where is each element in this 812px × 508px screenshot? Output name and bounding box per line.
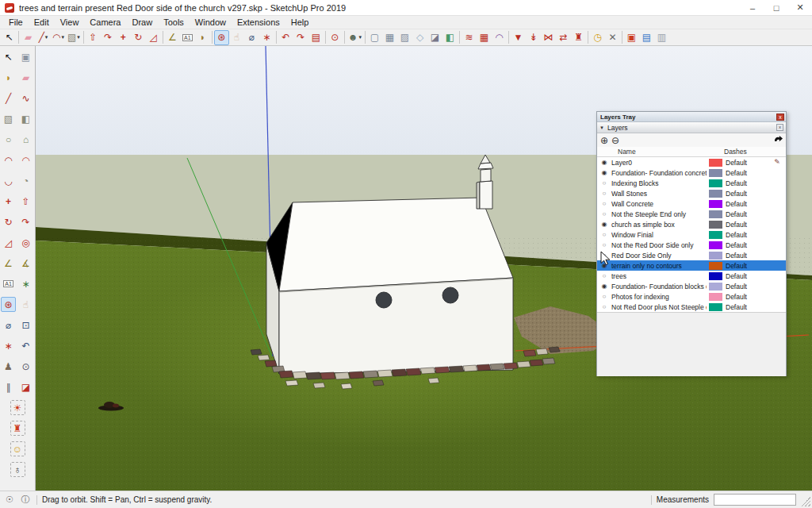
sign-in-account[interactable]: ☻▾ bbox=[347, 30, 363, 45]
follow-me-tool[interactable]: ↷ bbox=[18, 214, 33, 229]
section-cut-tool[interactable]: ◪ bbox=[427, 30, 442, 45]
layer-name[interactable]: Window Finial bbox=[611, 231, 707, 239]
zoom-tool[interactable]: ⌀ bbox=[244, 30, 259, 45]
walk-tool[interactable]: ∥ bbox=[1, 379, 16, 394]
fence-tool[interactable]: ♜ bbox=[10, 421, 25, 436]
layer-row[interactable]: ◉Foundation- Foundation concrete footing… bbox=[597, 167, 786, 178]
circle-tool[interactable]: ○ bbox=[1, 132, 16, 147]
layer-name[interactable]: church as simple box bbox=[611, 221, 707, 229]
measurements-input[interactable] bbox=[714, 494, 796, 506]
offset-tool[interactable]: ◎ bbox=[18, 235, 33, 250]
layer-color-swatch[interactable] bbox=[709, 262, 722, 270]
layer-row[interactable]: ○Window FinialDefault bbox=[597, 229, 786, 240]
flip-edge-tool[interactable]: ⇄ bbox=[556, 30, 571, 45]
line-tool[interactable]: ╱ bbox=[1, 90, 16, 106]
layer-name[interactable]: Foundation- Foundation concrete footing bbox=[611, 169, 707, 177]
layer-row[interactable]: ○Not Red Door plus Not Steeple endDefaul… bbox=[597, 302, 786, 312]
layer-row[interactable]: ◉Layer0Default✎ bbox=[597, 157, 786, 167]
pie-tool[interactable]: ◔ bbox=[18, 173, 33, 188]
monochrome-style[interactable]: ▨ bbox=[397, 30, 412, 45]
zoom-tool[interactable]: ⌀ bbox=[1, 318, 16, 333]
zoom-extents-tool[interactable]: ∗ bbox=[259, 30, 274, 45]
previous-view-tool[interactable]: ↶ bbox=[18, 338, 33, 353]
layer-row[interactable]: ○Wall ConcreteDefault bbox=[597, 198, 786, 209]
look-around-tool[interactable]: ⊙ bbox=[18, 359, 33, 374]
scale-tool[interactable]: ◿ bbox=[146, 30, 161, 45]
visibility-off-icon[interactable]: ○ bbox=[597, 180, 611, 187]
person-figure-tool[interactable]: ☺ bbox=[10, 441, 25, 456]
back-edges-style[interactable]: ▦ bbox=[382, 30, 397, 45]
dropdown-arrow-icon[interactable]: ▾ bbox=[359, 34, 362, 40]
rotated-rectangle-tool[interactable]: ◧ bbox=[18, 111, 33, 126]
polygon-tool[interactable]: ⌂ bbox=[18, 132, 33, 147]
shadows-clock[interactable]: ◷ bbox=[590, 30, 605, 45]
close-button[interactable]: ✕ bbox=[788, 0, 812, 15]
church-roof[interactable] bbox=[279, 198, 513, 291]
xray-style[interactable]: ▢ bbox=[367, 30, 382, 45]
menu-tools[interactable]: Tools bbox=[158, 17, 190, 28]
church-front-wall[interactable] bbox=[279, 278, 513, 374]
3d-warehouse[interactable]: ▣ bbox=[624, 30, 639, 45]
zoom-window-tool[interactable]: ⊡ bbox=[18, 318, 33, 333]
menu-file[interactable]: File bbox=[3, 17, 29, 28]
layer-dashes-value[interactable]: Default bbox=[724, 293, 770, 301]
two-point-arc-tool[interactable]: ◠ bbox=[18, 152, 33, 167]
layer-dashes-value[interactable]: Default bbox=[724, 221, 770, 229]
smoke-burst-tool[interactable]: ☀ bbox=[10, 400, 25, 415]
layer-dashes-value[interactable]: Default bbox=[724, 272, 770, 280]
layer-row[interactable]: ○Not the Steeple End onlyDefault bbox=[597, 209, 786, 219]
menu-extensions[interactable]: Extensions bbox=[232, 17, 285, 28]
layer-name[interactable]: Wall Stones bbox=[611, 190, 707, 198]
menu-draw[interactable]: Draw bbox=[126, 17, 158, 28]
layer-name[interactable]: trees bbox=[611, 272, 707, 280]
layer-color-swatch[interactable] bbox=[709, 200, 722, 208]
minimize-button[interactable]: – bbox=[741, 0, 764, 15]
section-fill-tool[interactable]: ◧ bbox=[442, 30, 458, 45]
layer-row[interactable]: ◉church as simple boxDefault bbox=[597, 219, 786, 229]
layer-color-swatch[interactable] bbox=[709, 221, 722, 229]
details-arrow-icon[interactable] bbox=[774, 135, 783, 145]
visibility-off-icon[interactable]: ○ bbox=[597, 201, 611, 207]
remove-layer-button[interactable]: ⊖ bbox=[611, 136, 619, 145]
export-image-tool[interactable]: ▤ bbox=[308, 30, 324, 45]
paint-bucket-tool[interactable]: ◗ bbox=[195, 30, 210, 45]
follow-me-tool[interactable]: ↷ bbox=[101, 30, 116, 45]
visibility-off-icon[interactable]: ○ bbox=[597, 242, 611, 248]
layer-color-swatch[interactable] bbox=[709, 210, 722, 218]
layer-color-swatch[interactable] bbox=[709, 159, 722, 167]
visibility-on-eye-icon[interactable]: ◉ bbox=[597, 221, 611, 228]
layer-dashes-value[interactable]: Default bbox=[724, 303, 770, 311]
reference-book[interactable]: ▥ bbox=[654, 30, 669, 45]
section-plane-tool[interactable]: ◪ bbox=[18, 379, 33, 394]
axes-tool[interactable]: ∗ bbox=[18, 276, 33, 291]
layer-color-swatch[interactable] bbox=[709, 179, 722, 187]
layer-color-swatch[interactable] bbox=[709, 293, 722, 301]
layer-name[interactable]: Not the Steeple End only bbox=[611, 210, 707, 218]
add-location-tool[interactable]: ♁ bbox=[10, 462, 25, 477]
visibility-off-icon[interactable]: ○ bbox=[597, 304, 611, 310]
move-tool[interactable]: + bbox=[1, 194, 16, 209]
layer-name[interactable]: Layer0 bbox=[611, 159, 707, 167]
layers-tray-close-icon[interactable]: x bbox=[776, 114, 784, 121]
maximize-button[interactable]: □ bbox=[764, 0, 788, 15]
previous-view-tool[interactable]: ↶ bbox=[278, 30, 293, 45]
section-plane-tool[interactable]: ◇ bbox=[412, 30, 427, 45]
visibility-on-eye-icon[interactable]: ◉ bbox=[597, 170, 611, 176]
layer-row[interactable]: ○Red Door Side OnlyDefault bbox=[597, 250, 786, 260]
layers-section-close-icon[interactable]: x bbox=[776, 124, 783, 131]
smoove-tool[interactable]: ◠ bbox=[492, 30, 507, 45]
push-pull-tool[interactable]: ⇧ bbox=[86, 30, 101, 45]
layer-color-swatch[interactable] bbox=[709, 303, 722, 311]
arc-tool[interactable]: ◠ bbox=[1, 152, 16, 167]
tape-measure-tool[interactable]: ∠ bbox=[165, 30, 180, 45]
look-around-tool[interactable]: ⊙ bbox=[327, 30, 343, 45]
layer-color-swatch[interactable] bbox=[709, 283, 722, 291]
visibility-on-eye-icon[interactable]: ◉ bbox=[597, 160, 611, 166]
visibility-off-icon[interactable]: ○ bbox=[597, 190, 611, 197]
layer-color-swatch[interactable] bbox=[709, 231, 722, 239]
orbit-tool[interactable]: ⊛ bbox=[1, 297, 16, 312]
layer-row[interactable]: ○treesDefault bbox=[597, 271, 786, 281]
wall-circle-window-left[interactable] bbox=[376, 292, 392, 308]
rotate-tool[interactable]: ↻ bbox=[131, 30, 146, 45]
layer-dashes-value[interactable]: Default bbox=[724, 200, 770, 208]
